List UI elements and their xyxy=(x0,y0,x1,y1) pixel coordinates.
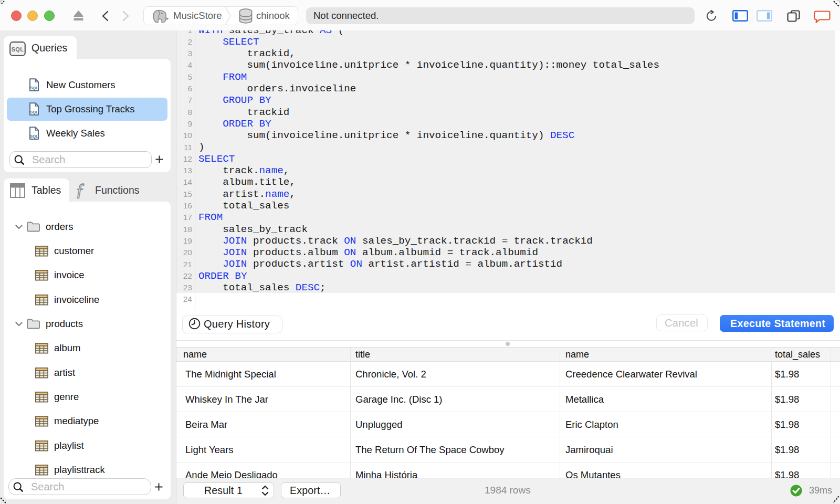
svg-text:SQL: SQL xyxy=(12,46,24,52)
